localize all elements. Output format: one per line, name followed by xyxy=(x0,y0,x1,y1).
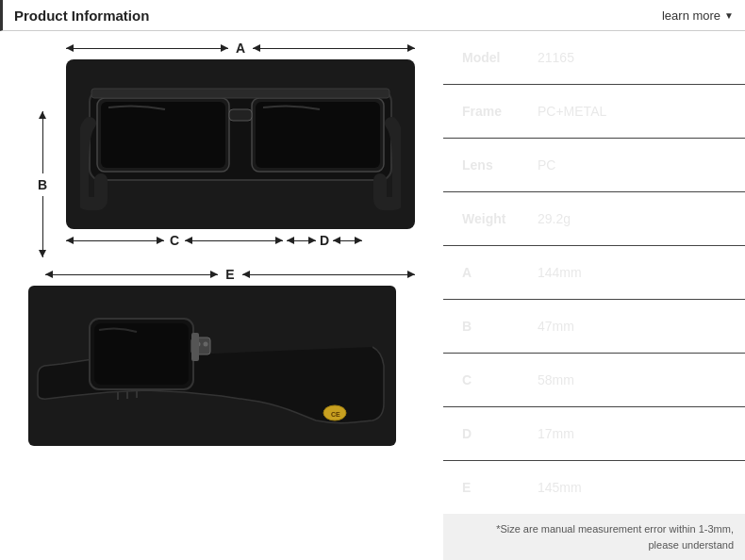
dimension-c-line-left xyxy=(66,240,164,241)
dimension-b-line-top xyxy=(42,111,43,173)
spec-value: PC+METAL xyxy=(538,104,606,119)
dimension-e-line-left xyxy=(45,274,218,275)
specs-table: Model 21165 Frame PC+METAL Lens PC Weigh… xyxy=(443,31,745,514)
dimension-d-label: D xyxy=(287,233,362,248)
svg-rect-5 xyxy=(229,109,252,121)
spec-value: 47mm xyxy=(538,319,574,334)
spec-row: B 47mm xyxy=(443,300,745,354)
learn-more-label: learn more xyxy=(662,8,720,23)
svg-rect-4 xyxy=(256,102,380,168)
note-section: *Size are manual measurement error withi… xyxy=(443,514,745,560)
dropdown-arrow-icon: ▼ xyxy=(724,10,734,21)
spec-value: 145mm xyxy=(538,480,582,495)
dimension-e-letter: E xyxy=(218,267,241,282)
dimension-b-letter: B xyxy=(38,173,47,196)
top-image-section: A B xyxy=(28,41,415,248)
dimension-b-line-bottom xyxy=(42,196,43,258)
sunglasses-side-svg: CE xyxy=(33,290,391,441)
spec-label: D xyxy=(462,426,538,441)
learn-more-button[interactable]: learn more ▼ xyxy=(662,8,734,23)
sunglasses-side-image: CE xyxy=(28,286,396,446)
sunglasses-front-svg xyxy=(80,72,401,218)
spec-label: B xyxy=(462,319,538,334)
svg-text:CE: CE xyxy=(331,411,340,418)
spec-row: D 17mm xyxy=(443,407,745,461)
main-content: A B xyxy=(0,31,745,560)
spec-value: 29.2g xyxy=(538,211,571,226)
spec-label: Weight xyxy=(462,211,538,226)
svg-rect-10 xyxy=(91,89,389,98)
dimension-a-line xyxy=(66,48,228,49)
dimension-d-line-left xyxy=(287,240,316,241)
dimension-cd-container: C D xyxy=(66,233,415,248)
page-title: Product Information xyxy=(14,8,149,24)
dimension-e-line-right xyxy=(242,274,415,275)
spec-value: 17mm xyxy=(538,426,574,441)
spec-row: Lens PC xyxy=(443,139,745,192)
spec-row: A 144mm xyxy=(443,246,745,300)
dimension-a-label: A xyxy=(66,41,415,56)
dimension-a-letter: A xyxy=(228,41,253,56)
spec-row: C 58mm xyxy=(443,354,745,407)
svg-rect-12 xyxy=(94,323,189,385)
spec-row: E 145mm xyxy=(443,461,745,514)
svg-rect-2 xyxy=(101,102,225,168)
header: Product Information learn more ▼ xyxy=(0,0,745,31)
spec-label: Lens xyxy=(462,157,538,173)
left-panel: A B xyxy=(0,31,443,560)
dimension-c-letter: C xyxy=(164,233,185,248)
sunglasses-front-image xyxy=(66,59,415,229)
dimension-c-label: C xyxy=(66,233,283,248)
spec-label: Model xyxy=(462,50,538,65)
spec-value: 58mm xyxy=(538,372,574,387)
spec-row: Model 21165 xyxy=(443,31,745,85)
dimension-e-label: E xyxy=(45,267,415,282)
spec-row: Weight 29.2g xyxy=(443,192,745,246)
right-panel: Model 21165 Frame PC+METAL Lens PC Weigh… xyxy=(443,31,745,560)
measurement-note: *Size are manual measurement error withi… xyxy=(455,521,734,552)
spec-label: E xyxy=(462,480,538,495)
spec-row: Frame PC+METAL xyxy=(443,85,745,139)
spec-label: A xyxy=(462,265,538,280)
spec-value: PC xyxy=(538,157,555,173)
spec-label: C xyxy=(462,372,538,387)
dimension-a-line-right xyxy=(253,48,415,49)
dimension-d-letter: D xyxy=(316,233,333,248)
bottom-image-section: E CE xyxy=(28,267,415,446)
dimension-b-container: B xyxy=(38,111,47,257)
spec-value: 21165 xyxy=(538,50,574,65)
spec-label: Frame xyxy=(462,104,538,119)
svg-rect-21 xyxy=(191,333,199,361)
dimension-d-line-right xyxy=(333,240,362,241)
spec-value: 144mm xyxy=(538,265,582,280)
dimension-c-line-right xyxy=(185,240,283,241)
svg-point-15 xyxy=(204,342,208,347)
